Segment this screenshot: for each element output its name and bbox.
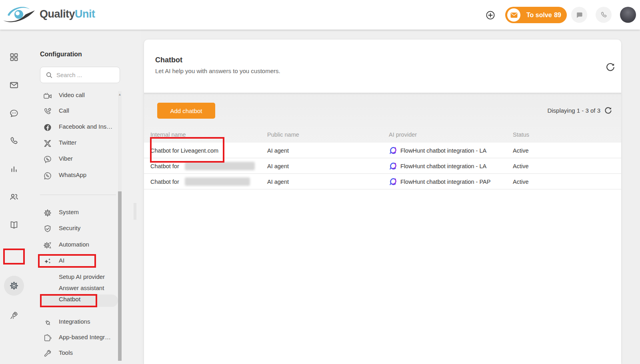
sidebar-item-video-call[interactable]: Video call xyxy=(30,90,118,102)
twitter-x-icon xyxy=(43,139,52,148)
rocket-icon[interactable] xyxy=(9,310,19,320)
sidebar-item-twitter[interactable]: Twitter xyxy=(30,137,118,149)
call-gear-icon xyxy=(43,107,52,116)
menu-divider xyxy=(40,195,116,195)
scrollbar-up-arrow[interactable]: ▲ xyxy=(118,93,122,96)
sidebar-item-answer-assistant[interactable]: Answer assistant xyxy=(30,283,118,295)
knowledge-book-icon[interactable] xyxy=(9,220,19,230)
page-title: Chatbot xyxy=(155,56,182,64)
sidebar-item-integrations[interactable]: Integrations xyxy=(30,316,118,328)
flowhunt-icon xyxy=(389,146,397,155)
sidebar-title: Configuration xyxy=(40,51,82,58)
column-header-status[interactable]: Status xyxy=(513,127,529,143)
cell-status: Active xyxy=(513,158,529,174)
bar-chart-icon[interactable] xyxy=(9,164,19,174)
mail-icon[interactable] xyxy=(9,80,19,90)
cell-ai-provider: FlowHunt chatbot integration - LA xyxy=(389,158,486,174)
table-row[interactable]: Chatbot for AI agent FlowHunt chatbot in… xyxy=(144,174,621,189)
sidebar-item-app-based-integrations[interactable]: App-based Integr… xyxy=(30,332,118,344)
shield-check-icon xyxy=(43,225,52,233)
cell-public-name: AI agent xyxy=(267,158,289,174)
cell-internal-name: Chatbot for xyxy=(150,174,250,189)
viber-icon xyxy=(43,155,52,164)
to-solve-button[interactable]: To solve 89 xyxy=(505,7,567,23)
table-row[interactable]: Chatbot for Liveagent.com AI agent FlowH… xyxy=(144,143,621,158)
sidebar-item-setup-ai-provider[interactable]: Setup AI provider xyxy=(30,272,118,284)
sidebar-item-chatbot[interactable]: Chatbot xyxy=(30,294,118,306)
phone-rail-icon[interactable] xyxy=(9,136,19,146)
phone-icon xyxy=(600,11,608,19)
refresh-icon[interactable] xyxy=(605,62,616,72)
column-header-public-name[interactable]: Public name xyxy=(267,127,299,143)
icon-rail xyxy=(0,30,30,364)
plug-icon xyxy=(43,318,52,327)
start-call-button[interactable] xyxy=(596,7,612,23)
sidebar-item-ai[interactable]: AI xyxy=(30,255,118,267)
sidebar-item-call[interactable]: Call xyxy=(30,105,118,117)
sidebar-menu: Video call Call Facebook and Ins… xyxy=(30,90,126,361)
search-input[interactable] xyxy=(56,72,112,78)
settings-gear-icon[interactable] xyxy=(9,281,19,290)
video-call-icon xyxy=(43,91,52,100)
facebook-icon xyxy=(43,123,52,132)
start-chat-button[interactable] xyxy=(571,7,587,23)
sidebar-item-system[interactable]: System xyxy=(30,207,118,219)
whatsapp-icon xyxy=(43,171,52,180)
brand-unit: Unit xyxy=(75,8,95,20)
sidebar-resize-handle[interactable] xyxy=(134,203,136,220)
liveagent-configuration-screen: QualityUnit To solve 89 xyxy=(0,0,640,364)
wrench-icon xyxy=(43,349,52,358)
table-row[interactable]: Chatbot for AI agent FlowHunt chatbot in… xyxy=(144,158,621,174)
configuration-sidebar: Configuration Video call Call xyxy=(30,30,141,364)
flowhunt-icon xyxy=(389,162,397,170)
search-icon xyxy=(46,72,53,79)
sidebar-item-tools[interactable]: Tools xyxy=(30,348,118,360)
dashboard-grid-icon[interactable] xyxy=(9,52,19,62)
cell-internal-name: Chatbot for Liveagent.com xyxy=(150,143,218,158)
sparkles-icon xyxy=(43,257,52,266)
puzzle-icon xyxy=(43,334,52,342)
cell-ai-provider: FlowHunt chatbot integration - PAP xyxy=(389,174,490,189)
sidebar-item-security[interactable]: Security xyxy=(30,223,118,235)
create-new-plus-icon[interactable] xyxy=(486,10,495,20)
column-header-internal-name[interactable]: Internal name xyxy=(150,127,186,143)
envelope-icon xyxy=(507,8,520,22)
list-refresh-icon[interactable] xyxy=(604,106,612,115)
sidebar-search[interactable] xyxy=(40,67,120,83)
to-solve-label: To solve xyxy=(526,12,552,19)
qualityunit-logo-icon[interactable] xyxy=(2,4,37,25)
cell-status: Active xyxy=(513,143,529,158)
column-header-ai-provider[interactable]: AI provider xyxy=(389,127,417,143)
redacted-text xyxy=(185,177,250,186)
add-chatbot-button[interactable]: Add chatbot xyxy=(157,103,215,119)
to-solve-count: 89 xyxy=(554,12,561,19)
brand-name[interactable]: QualityUnit xyxy=(40,8,95,20)
chat-bubble-icon[interactable] xyxy=(9,108,19,118)
flowhunt-icon xyxy=(389,177,397,186)
redacted-text xyxy=(185,162,255,170)
displaying-count: Displaying 1 - 3 of 3 xyxy=(547,107,600,114)
cell-ai-provider: FlowHunt chatbot integration - LA xyxy=(389,143,486,158)
automation-gear-icon xyxy=(43,241,52,250)
topbar: QualityUnit To solve 89 xyxy=(0,0,640,30)
cell-internal-name: Chatbot for xyxy=(150,158,255,174)
brand-quality: Quality xyxy=(40,8,75,20)
sidebar-item-viber[interactable]: Viber xyxy=(30,153,118,165)
customers-icon[interactable] xyxy=(9,192,19,202)
sidebar-item-automation[interactable]: Automation xyxy=(30,239,118,251)
chatbot-panel: Chatbot Let AI help you with answers to … xyxy=(144,40,621,364)
sidebar-item-facebook[interactable]: Facebook and Ins… xyxy=(30,121,118,133)
sidebar-item-whatsapp[interactable]: WhatsApp xyxy=(30,170,118,182)
gear-icon xyxy=(43,209,52,217)
page-subtitle: Let AI help you with answers to you cust… xyxy=(155,68,280,74)
cell-status: Active xyxy=(513,174,529,189)
message-square-icon xyxy=(576,11,583,19)
cell-public-name: AI agent xyxy=(267,174,289,189)
user-avatar[interactable] xyxy=(620,7,636,23)
cell-public-name: AI agent xyxy=(267,143,289,158)
sidebar-scrollbar-thumb[interactable] xyxy=(118,191,122,361)
